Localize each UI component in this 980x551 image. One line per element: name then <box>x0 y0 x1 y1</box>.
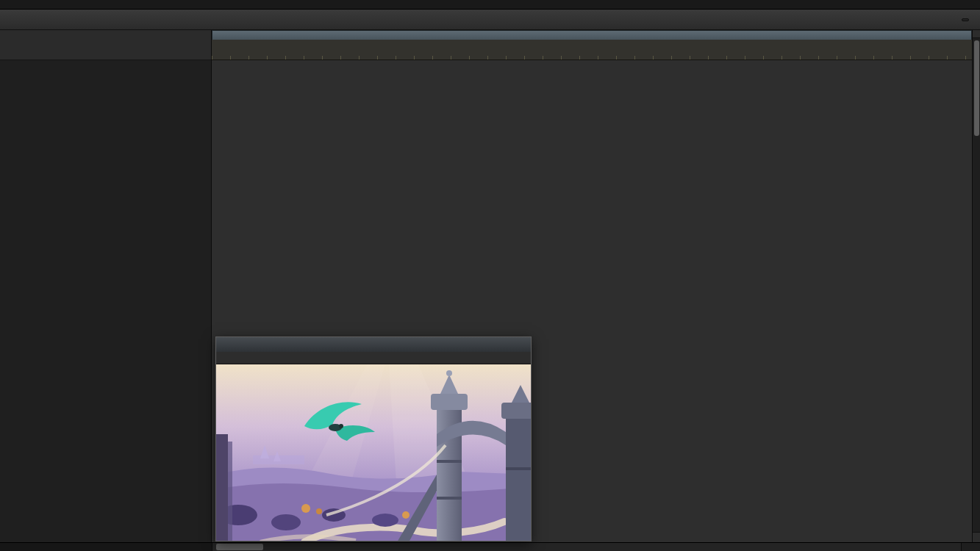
vertical-zoom-button[interactable] <box>973 532 980 542</box>
project-tab[interactable] <box>212 30 972 40</box>
track-list[interactable] <box>0 60 211 542</box>
horizontal-scrollbar[interactable] <box>212 543 961 551</box>
time-signature[interactable] <box>962 18 969 21</box>
video-window-titlebar[interactable] <box>216 337 531 352</box>
vertical-scrollbar-handle[interactable] <box>974 40 979 136</box>
status-bar <box>0 542 980 551</box>
video-window[interactable] <box>215 336 532 541</box>
menu-bar <box>0 0 980 10</box>
vertical-scrollbar[interactable] <box>972 30 980 542</box>
horizontal-scrollbar-handle[interactable] <box>216 544 263 550</box>
main-toolbar <box>0 30 211 60</box>
video-artwork <box>216 364 531 541</box>
status-message <box>0 543 212 551</box>
video-frame <box>216 364 531 541</box>
transport-right-cluster <box>946 18 976 21</box>
scroll-up-arrow-icon[interactable] <box>973 30 980 38</box>
timeline-ruler[interactable] <box>212 40 972 60</box>
zoom-corner-button[interactable] <box>961 543 980 551</box>
transport-bar <box>0 10 980 30</box>
video-window-menubar <box>216 352 531 364</box>
project-tab-bar <box>212 30 972 40</box>
track-control-panel <box>0 30 212 542</box>
reaper-app: { "labels": {"mute": "M", "solo": "S"}, … <box>0 0 980 551</box>
